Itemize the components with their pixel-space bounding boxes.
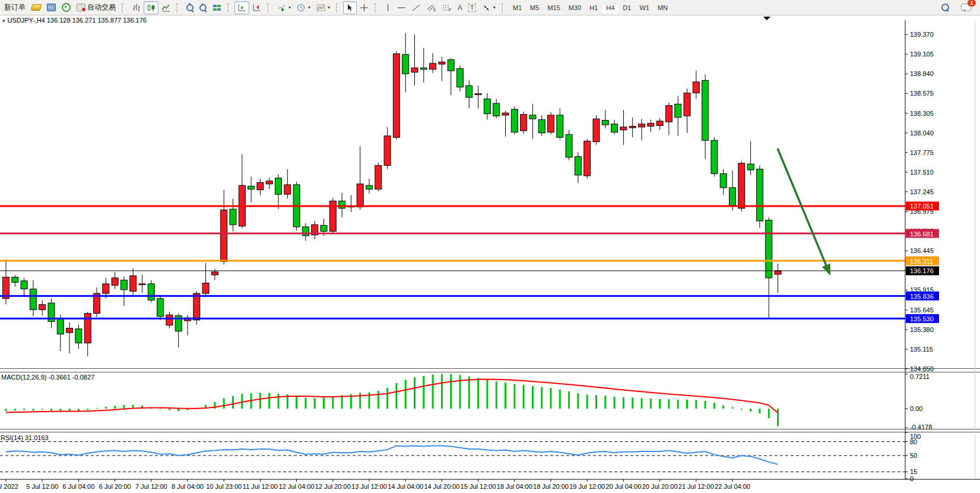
candle bbox=[466, 86, 472, 97]
candle bbox=[284, 185, 291, 194]
candle bbox=[766, 220, 772, 278]
svg-text:Jul 2022: Jul 2022 bbox=[0, 483, 18, 490]
svg-text:12 Jul 20:00: 12 Jul 20:00 bbox=[315, 483, 351, 490]
svg-text:19 Jul 12:00: 19 Jul 12:00 bbox=[569, 483, 605, 490]
svg-text:50: 50 bbox=[910, 452, 917, 459]
candle bbox=[548, 115, 554, 132]
candle bbox=[275, 178, 282, 194]
candle bbox=[230, 209, 236, 225]
candle bbox=[648, 124, 654, 127]
candle bbox=[665, 106, 672, 122]
candle bbox=[120, 280, 127, 290]
candle bbox=[675, 104, 681, 117]
svg-text:5 Jul 12:00: 5 Jul 12:00 bbox=[26, 483, 58, 490]
candle bbox=[139, 284, 145, 285]
candle bbox=[112, 278, 118, 285]
candle bbox=[302, 227, 309, 236]
price-badge-135.530: 135.530 bbox=[906, 314, 939, 323]
candle bbox=[57, 318, 64, 334]
candle bbox=[194, 293, 200, 320]
candle bbox=[430, 64, 436, 69]
candle bbox=[611, 124, 618, 132]
svg-text:15: 15 bbox=[910, 468, 917, 475]
rsi-line bbox=[6, 446, 778, 464]
price-badge-136.311: 136.311 bbox=[906, 257, 939, 266]
candle bbox=[629, 127, 636, 128]
sell-arrow-annotation[interactable] bbox=[778, 148, 830, 276]
svg-text:11 Jul 12:00: 11 Jul 12:00 bbox=[243, 483, 278, 490]
svg-text:14 Jul 04:00: 14 Jul 04:00 bbox=[388, 483, 423, 490]
chart-title[interactable]: ▾USDJPY-,H4 136.128 136.271 135.877 136.… bbox=[2, 17, 147, 24]
svg-text:137.051: 137.051 bbox=[910, 203, 934, 210]
candle bbox=[211, 272, 218, 275]
svg-text:6 Jul 20:00: 6 Jul 20:00 bbox=[99, 483, 131, 490]
svg-text:18 Jul 20:00: 18 Jul 20:00 bbox=[533, 483, 569, 490]
svg-text:136.176: 136.176 bbox=[910, 267, 934, 274]
svg-text:15 Jul 12:00: 15 Jul 12:00 bbox=[461, 483, 496, 490]
candle bbox=[639, 124, 645, 127]
candle bbox=[384, 136, 391, 166]
candle bbox=[30, 289, 36, 310]
svg-text:139.370: 139.370 bbox=[910, 31, 934, 38]
candle bbox=[257, 182, 264, 189]
candle bbox=[75, 329, 82, 343]
candle bbox=[602, 121, 608, 125]
candle bbox=[575, 157, 581, 175]
candle bbox=[411, 68, 418, 72]
svg-text:0: 0 bbox=[910, 475, 914, 482]
chart-shift-marker-icon[interactable] bbox=[763, 17, 770, 20]
svg-text:138.305: 138.305 bbox=[910, 110, 934, 117]
candles bbox=[3, 33, 782, 356]
chart-title-text: USDJPY-,H4 136.128 136.271 135.877 136.1… bbox=[8, 17, 147, 24]
candle bbox=[684, 93, 690, 116]
svg-text:20 Jul 04:00: 20 Jul 04:00 bbox=[605, 483, 641, 490]
candle bbox=[620, 127, 627, 130]
svg-text:10 Jul 23:00: 10 Jul 23:00 bbox=[206, 483, 242, 490]
candle bbox=[457, 68, 464, 87]
candle bbox=[157, 299, 164, 317]
macd-signal-line bbox=[6, 380, 778, 413]
candle bbox=[375, 166, 382, 189]
svg-text:18 Jul 04:00: 18 Jul 04:00 bbox=[497, 483, 532, 490]
chart-expander-icon[interactable]: ▾ bbox=[2, 18, 5, 24]
candle bbox=[702, 80, 709, 140]
candle bbox=[103, 284, 109, 293]
candle bbox=[393, 54, 399, 138]
candle bbox=[148, 284, 154, 300]
chart-canvas[interactable]: 139.370139.105138.840138.575138.305138.0… bbox=[0, 0, 980, 493]
price-axis[interactable]: 139.370139.105138.840138.575138.305138.0… bbox=[905, 20, 975, 482]
candle bbox=[475, 94, 481, 95]
candle bbox=[357, 184, 363, 207]
svg-text:0.7211: 0.7211 bbox=[910, 373, 930, 380]
candle bbox=[538, 119, 545, 132]
svg-text:137.775: 137.775 bbox=[910, 149, 934, 156]
time-axis[interactable]: Jul 20225 Jul 12:006 Jul 04:006 Jul 20:0… bbox=[0, 479, 980, 490]
svg-text:135.530: 135.530 bbox=[910, 315, 934, 323]
candle bbox=[738, 163, 745, 208]
candle bbox=[130, 276, 137, 291]
svg-text:13 Jul 12:00: 13 Jul 12:00 bbox=[351, 483, 387, 490]
candle bbox=[366, 185, 373, 189]
candle bbox=[747, 164, 754, 170]
candle bbox=[730, 188, 736, 206]
svg-text:136.681: 136.681 bbox=[910, 230, 934, 238]
svg-text:135.115: 135.115 bbox=[910, 346, 933, 353]
svg-text:135.836: 135.836 bbox=[910, 293, 934, 300]
macd-indicator-label: MACD(12,26,9) -0.3661 -0.0827 bbox=[1, 374, 94, 381]
svg-text:21 Jul 12:00: 21 Jul 12:00 bbox=[678, 483, 714, 490]
candle bbox=[584, 141, 591, 176]
svg-text:8 Jul 04:00: 8 Jul 04:00 bbox=[172, 483, 204, 490]
candle bbox=[656, 121, 663, 125]
candle bbox=[529, 115, 536, 119]
svg-text:135.380: 135.380 bbox=[910, 326, 934, 333]
price-badge-136.176: 136.176 bbox=[906, 266, 939, 275]
candle bbox=[775, 271, 781, 274]
rsi-panel bbox=[0, 442, 905, 472]
candle bbox=[166, 315, 173, 325]
macd-panel bbox=[6, 374, 778, 426]
svg-text:22 Jul 04:00: 22 Jul 04:00 bbox=[715, 483, 750, 490]
svg-text:136.445: 136.445 bbox=[910, 247, 934, 254]
candle bbox=[711, 140, 718, 173]
candle bbox=[266, 181, 272, 184]
candle bbox=[484, 99, 490, 114]
